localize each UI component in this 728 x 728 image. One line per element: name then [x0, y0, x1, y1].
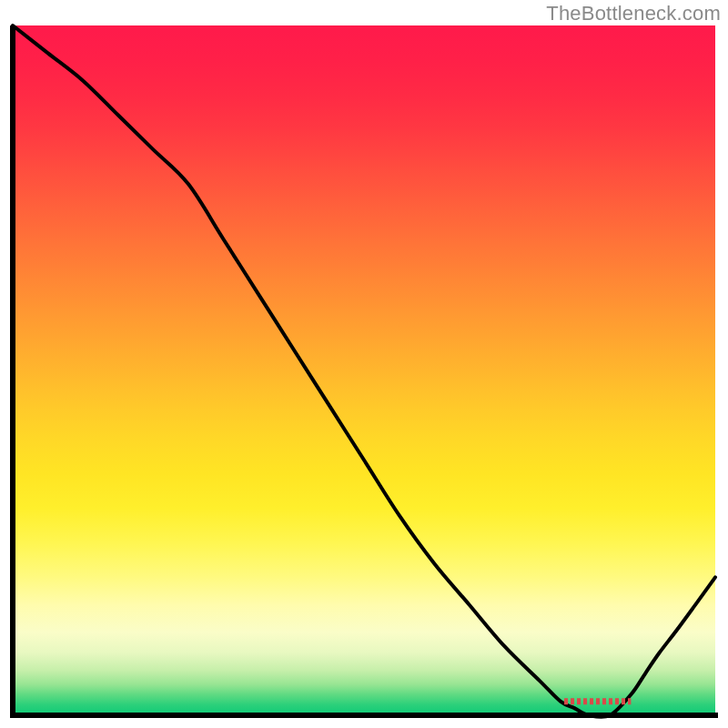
chart-svg [0, 0, 728, 728]
chart-container: TheBottleneck.com [0, 0, 728, 728]
plot-background [13, 25, 715, 715]
y-axis [10, 25, 15, 718]
watermark-text: TheBottleneck.com [546, 2, 721, 25]
